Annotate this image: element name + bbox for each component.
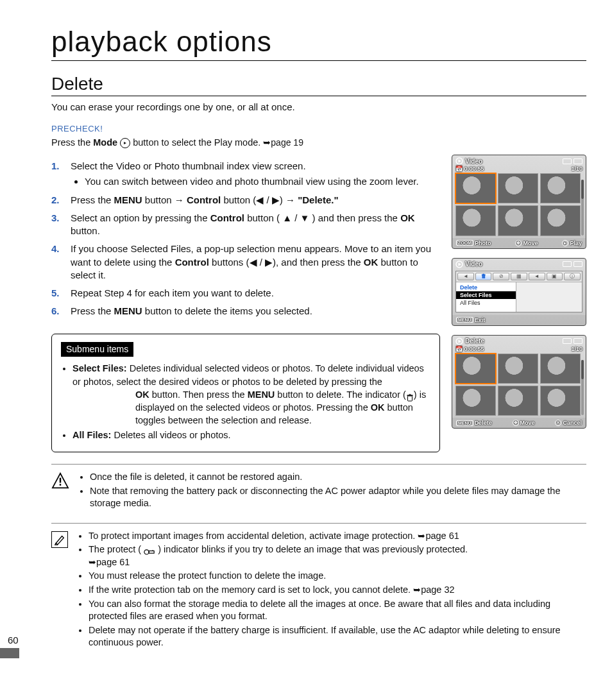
precheck-label: PRECHECK! xyxy=(51,124,586,133)
s2d: ) → xyxy=(280,194,298,205)
svg-rect-10 xyxy=(60,478,61,483)
warning-icon xyxy=(51,472,69,489)
s3-control: Control xyxy=(210,212,244,223)
scr1-counter: 1/10 xyxy=(571,166,582,172)
scr1-title-text: Video xyxy=(465,158,482,165)
menu-pill-2: MENU xyxy=(456,420,473,426)
note-4: If the write protection tab on the memor… xyxy=(89,584,586,597)
sf-c: button to delete. The indicator ( xyxy=(275,389,405,400)
menu-item-select-files[interactable]: Select Files xyxy=(456,291,516,299)
svg-rect-1 xyxy=(407,395,412,397)
s4-ok: OK xyxy=(364,257,378,268)
s2b: button → xyxy=(142,194,187,205)
note-5: You can also format the storage media to… xyxy=(89,598,586,623)
battery-icon xyxy=(574,261,582,267)
s6-menu: MENU xyxy=(114,305,142,316)
thumb-2[interactable] xyxy=(498,354,538,384)
thumb-1[interactable] xyxy=(455,354,496,384)
dpad-icon: ✥ xyxy=(515,240,522,246)
tool-prev[interactable]: ◄ xyxy=(457,273,474,280)
mode-word: Mode xyxy=(93,137,117,148)
thumb-5[interactable] xyxy=(498,386,538,416)
submenu-select-files: Select Files: Deletes individual selecte… xyxy=(72,362,430,427)
scr3-move[interactable]: ✥Move xyxy=(513,420,535,426)
scr3-scrollbar[interactable] xyxy=(581,360,584,416)
tool-info-icon[interactable]: ⓘ xyxy=(564,273,581,280)
scr2-menu-body: ◄ 🗑 ⊘ ▦ ◄ ▣ ⓘ Delete Select Files All Fi… xyxy=(455,271,582,312)
s4-control: Control xyxy=(175,257,209,268)
protect-icon xyxy=(144,546,155,554)
thumb-1[interactable] xyxy=(455,173,496,203)
menu-item-all-files[interactable]: All Files xyxy=(456,299,516,307)
step-2: Press the MENU button → Control button (… xyxy=(51,194,440,207)
scr3-title: Delete xyxy=(455,337,484,345)
thumb-6[interactable] xyxy=(540,205,581,235)
battery-icon xyxy=(574,158,582,164)
intro-text: You can erase your recordings one by one… xyxy=(51,101,586,112)
tool-prev2-icon[interactable]: ◄ xyxy=(529,273,545,280)
submenu-badge: Submenu items xyxy=(61,342,133,357)
tool-delete-icon[interactable]: 🗑 xyxy=(475,273,492,280)
scr3-counter: 1/10 xyxy=(571,346,582,352)
tool-grid-icon[interactable]: ▦ xyxy=(511,273,527,280)
svg-rect-15 xyxy=(153,550,153,551)
left-right-icon-2: ◀ / ▶ xyxy=(250,257,273,268)
s2-delete: "Delete." xyxy=(298,194,338,205)
thumb-3[interactable] xyxy=(540,173,581,203)
svg-marker-4 xyxy=(459,160,462,163)
page-tab xyxy=(0,648,19,658)
separator-1 xyxy=(51,464,586,465)
note-1: To protect important images from acciden… xyxy=(89,530,586,543)
zoom-pill: ZOOM xyxy=(456,240,473,246)
sf-ok1: OK xyxy=(135,389,149,400)
thumb-4[interactable] xyxy=(455,386,496,416)
scr3-title-text: Delete xyxy=(465,337,484,345)
ref-arrow-icon: ➥ xyxy=(418,531,425,541)
ok-cancel-icon: ✕ xyxy=(555,420,561,426)
battery-icon xyxy=(574,338,582,344)
note-4-ref: page 32 xyxy=(421,585,454,595)
menu-heading-delete: Delete xyxy=(456,282,516,291)
note-2-ref: page 61 xyxy=(96,557,130,567)
scr3-cancel[interactable]: ✕Cancel xyxy=(555,420,582,426)
steps-column: Select the Video or Photo thumbnail inde… xyxy=(51,155,440,452)
tool-protect-icon[interactable]: ⊘ xyxy=(493,273,509,280)
s3c: ) and then press the xyxy=(309,212,400,223)
svg-rect-0 xyxy=(407,396,412,401)
tool-share-icon[interactable]: ▣ xyxy=(547,273,563,280)
step-1: Select the Video or Photo thumbnail inde… xyxy=(51,160,440,189)
scr3-delete[interactable]: MENUDelete xyxy=(456,420,492,426)
scr2-exit[interactable]: MENUExit xyxy=(456,317,485,323)
screen-delete-select: Delete 📅 0:00:55 1/10 MENUDelete ✥Move xyxy=(452,335,586,429)
svg-marker-6 xyxy=(459,262,462,266)
menu-pill: MENU xyxy=(456,317,473,323)
page-number: 60 xyxy=(8,635,19,645)
s2c: button ( xyxy=(221,194,256,205)
sf-label: Select Files: xyxy=(72,363,127,373)
thumb-2[interactable] xyxy=(498,173,538,203)
notes-row: To protect important images from acciden… xyxy=(51,530,586,651)
screens-column: Video 📅 0:00:55 1/10 ZOOMPhoto ✥Move ▸ xyxy=(452,155,586,452)
step-6: Press the MENU button to delete the item… xyxy=(51,305,440,318)
separator-2 xyxy=(51,523,586,524)
step-list: Select the Video or Photo thumbnail inde… xyxy=(51,160,440,318)
menu-preview xyxy=(516,282,582,312)
scr2-title: Video xyxy=(455,260,482,268)
submenu-box: Submenu items Select Files: Deletes indi… xyxy=(51,334,440,452)
thumb-4[interactable] xyxy=(455,205,496,235)
scr1-photo[interactable]: ZOOMPhoto xyxy=(456,240,491,246)
af-desc: Deletes all videos or photos. xyxy=(111,430,230,440)
card-icon xyxy=(563,338,572,344)
thumb-5[interactable] xyxy=(498,205,538,235)
scr1-move[interactable]: ✥Move xyxy=(515,240,538,246)
scr2-toolbar: ◄ 🗑 ⊘ ▦ ◄ ▣ ⓘ xyxy=(456,271,582,282)
step-4: If you choose Selected Files, a pop-up s… xyxy=(51,243,440,282)
s2a: Press the xyxy=(71,194,114,205)
video-icon xyxy=(455,157,463,165)
scr1-play[interactable]: ▸Play xyxy=(562,240,582,246)
scr1-scrollbar[interactable] xyxy=(581,180,584,235)
thumb-6[interactable] xyxy=(540,386,581,416)
svg-point-13 xyxy=(144,549,149,554)
ref-arrow-icon: ➥ xyxy=(89,557,96,567)
thumb-3[interactable] xyxy=(540,354,581,384)
